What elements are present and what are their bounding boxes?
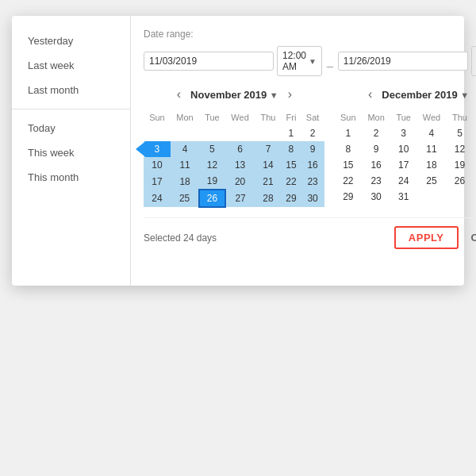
table-row[interactable]: 5 — [447, 125, 473, 141]
sidebar-item-last-week[interactable]: Last week — [12, 53, 130, 78]
table-row[interactable]: 30 — [301, 190, 324, 207]
start-time-value: 12:00 AM — [282, 50, 306, 72]
table-row[interactable]: 2 — [301, 125, 324, 141]
table-row — [171, 125, 199, 141]
end-time-input[interactable]: 11:59 PM ▼ — [471, 46, 476, 76]
start-date-group: 12:00 AM ▼ — [144, 46, 322, 76]
col-sun: Sun — [144, 109, 171, 125]
table-row[interactable]: 9 — [362, 141, 391, 157]
table-row[interactable]: 21 — [255, 173, 282, 190]
table-row[interactable]: 18 — [171, 173, 199, 190]
table-row[interactable]: 9 — [301, 141, 324, 157]
col-fri: Fri — [473, 109, 476, 125]
table-row[interactable]: 10 — [390, 141, 416, 157]
table-row[interactable]: 23 — [301, 173, 324, 190]
table-row[interactable]: 18 — [416, 157, 447, 173]
table-row[interactable]: 28 — [255, 190, 282, 207]
table-row[interactable]: 6 — [225, 141, 255, 157]
footer: Selected 24 days APPLY CANCEL — [144, 217, 476, 249]
table-row[interactable]: 4 — [416, 125, 447, 141]
sidebar-item-last-month[interactable]: Last month — [12, 78, 130, 102]
table-row[interactable]: 10 — [144, 157, 171, 173]
table-row[interactable]: 20 — [473, 157, 476, 173]
november-title-arrow-icon: ▼ — [270, 90, 278, 100]
table-row[interactable]: 5 — [199, 141, 225, 157]
table-row[interactable]: 20 — [225, 173, 255, 190]
table-row[interactable]: 22 — [335, 173, 362, 189]
col-fri: Fri — [281, 109, 301, 125]
table-row[interactable]: 27 — [225, 190, 255, 207]
col-thu: Thu — [255, 109, 282, 125]
december-grid: Sun Mon Tue Wed Thu Fri Sat 123456789101… — [335, 109, 476, 205]
table-row[interactable]: 24 — [390, 173, 416, 189]
start-date-input[interactable] — [144, 52, 274, 71]
table-row[interactable]: 1 — [281, 125, 301, 141]
november-calendar-header: ‹ November 2019 ▼ › — [144, 86, 325, 103]
table-row[interactable]: 12 — [447, 141, 473, 157]
date-range-label: Date range: — [144, 29, 476, 40]
table-row[interactable]: 3 — [390, 125, 416, 141]
sidebar-item-yesterday[interactable]: Yesterday — [12, 29, 130, 53]
table-row[interactable]: 3 — [144, 141, 171, 157]
november-calendar-title[interactable]: November 2019 ▼ — [190, 89, 278, 101]
table-row[interactable]: 4 — [171, 141, 199, 157]
end-date-input[interactable] — [338, 52, 468, 71]
table-row[interactable]: 17 — [144, 173, 171, 190]
table-row[interactable]: 26 — [447, 173, 473, 189]
december-calendar: ‹ December 2019 ▼ › Sun Mon Tue We — [335, 86, 476, 208]
col-sun: Sun — [335, 109, 362, 125]
end-date-group: 11:59 PM ▼ — [338, 46, 476, 76]
december-calendar-title[interactable]: December 2019 ▼ — [382, 89, 469, 101]
table-row — [255, 125, 282, 141]
sidebar-item-this-week[interactable]: This week — [12, 140, 130, 165]
col-mon: Mon — [171, 109, 199, 125]
start-time-input[interactable]: 12:00 AM ▼ — [277, 46, 322, 76]
table-row[interactable]: 2 — [362, 125, 391, 141]
date-range-dash: _ — [327, 55, 333, 67]
table-row[interactable]: 13 — [225, 157, 255, 173]
date-inputs: 12:00 AM ▼ _ 11:59 PM ▼ — [144, 46, 476, 76]
calendars-container: ‹ November 2019 ▼ › Sun Mon Tue We — [144, 86, 476, 208]
table-row[interactable]: 17 — [390, 157, 416, 173]
table-row[interactable]: 16 — [301, 157, 324, 173]
table-row[interactable]: 29 — [281, 190, 301, 207]
table-row[interactable]: 30 — [362, 189, 391, 205]
table-row[interactable]: 19 — [447, 157, 473, 173]
table-row[interactable]: 6 — [473, 125, 476, 141]
table-row[interactable]: 11 — [171, 157, 199, 173]
table-row[interactable]: 13 — [473, 141, 476, 157]
november-next-button[interactable]: › — [283, 86, 297, 103]
table-row — [144, 125, 171, 141]
table-row[interactable]: 15 — [335, 157, 362, 173]
table-row[interactable]: 26 — [199, 190, 225, 207]
table-row[interactable]: 12 — [199, 157, 225, 173]
november-prev-button[interactable]: ‹ — [172, 86, 186, 103]
table-row[interactable]: 14 — [255, 157, 282, 173]
table-row[interactable]: 22 — [281, 173, 301, 190]
table-row[interactable]: 23 — [362, 173, 391, 189]
table-row[interactable]: 1 — [335, 125, 362, 141]
table-row[interactable]: 25 — [171, 190, 199, 207]
table-row — [473, 189, 476, 205]
table-row[interactable]: 31 — [390, 189, 416, 205]
table-row[interactable]: 16 — [362, 157, 391, 173]
table-row[interactable]: 8 — [281, 141, 301, 157]
start-time-arrow-icon: ▼ — [309, 57, 317, 66]
sidebar-item-today[interactable]: Today — [12, 116, 130, 140]
table-row[interactable]: 25 — [416, 173, 447, 189]
table-row[interactable]: 19 — [199, 173, 225, 190]
apply-button[interactable]: APPLY — [394, 226, 459, 249]
sidebar-item-this-month[interactable]: This month — [12, 165, 130, 190]
table-row[interactable]: 8 — [335, 141, 362, 157]
col-tue: Tue — [390, 109, 416, 125]
table-row[interactable]: 24 — [144, 190, 171, 207]
december-prev-button[interactable]: ‹ — [363, 86, 377, 103]
cancel-button[interactable]: CANCEL — [471, 232, 477, 244]
table-row[interactable]: 7 — [255, 141, 282, 157]
table-row[interactable]: 29 — [335, 189, 362, 205]
december-calendar-header: ‹ December 2019 ▼ › — [335, 86, 476, 103]
table-row[interactable]: 11 — [416, 141, 447, 157]
table-row[interactable]: 15 — [281, 157, 301, 173]
november-calendar: ‹ November 2019 ▼ › Sun Mon Tue We — [144, 86, 325, 208]
table-row[interactable]: 27 — [473, 173, 476, 189]
